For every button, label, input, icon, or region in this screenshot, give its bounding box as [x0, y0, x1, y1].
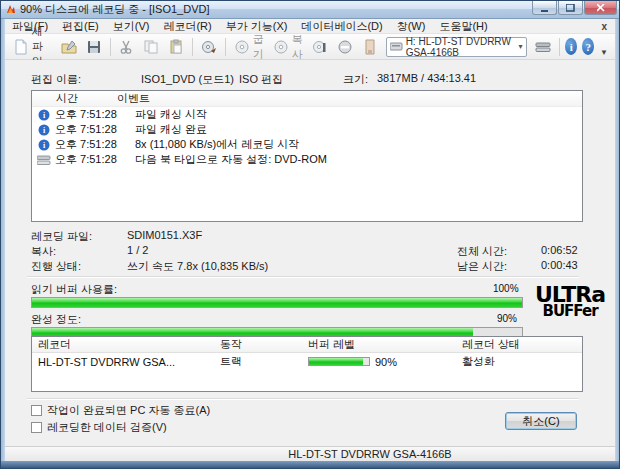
- help-button[interactable]: ?: [582, 38, 594, 55]
- size-label: 크기:: [343, 72, 368, 87]
- ultrabuffer-logo: ULTRa BUFFer: [524, 286, 616, 317]
- buffer-level-fill: [309, 358, 363, 365]
- toolbar-separator: [225, 38, 226, 56]
- shutdown-checkbox[interactable]: [31, 405, 42, 416]
- info-button[interactable]: i: [565, 38, 577, 55]
- burn-disc-button[interactable]: 굽기: [230, 36, 268, 58]
- verify-checkbox[interactable]: [31, 422, 42, 433]
- menu-database[interactable]: 데이터베이스(D): [294, 19, 389, 33]
- disc-info-button[interactable]: [308, 36, 332, 58]
- save-button[interactable]: [82, 36, 106, 58]
- window-border-bottom: [1, 461, 620, 468]
- recorder-action: 트랙: [220, 354, 308, 369]
- column-header-recorder-state[interactable]: 레코더 상태: [458, 337, 520, 352]
- maximize-button[interactable]: [558, 1, 583, 15]
- event-log-list[interactable]: 시간 이벤트 i 오후 7:51:28 파일 캐싱 시작 i 오후 7:51:2…: [31, 90, 583, 222]
- total-time-label: 전체 시간:: [457, 244, 507, 259]
- window-border-left: [1, 19, 5, 468]
- window-title: 90% 디스크에 레코딩 중 - [ISO1_DVD]: [20, 2, 209, 17]
- drive-icon: [390, 41, 403, 52]
- label-button[interactable]: [358, 36, 382, 58]
- drive-tray-icon: [535, 39, 551, 55]
- event-text: 파일 캐싱 완료: [135, 122, 207, 137]
- disc-info-icon: [312, 39, 328, 55]
- completion-label: 완성 정도:: [31, 312, 81, 327]
- drive-event-icon: [37, 154, 51, 166]
- toolbar-overflow-button[interactable]: ▼: [597, 48, 611, 57]
- cancel-button[interactable]: 취소(C): [505, 412, 577, 430]
- verify-checkbox-label: 레코딩한 데이터 검증(V): [47, 421, 167, 433]
- menu-help[interactable]: 도움말(H): [432, 19, 494, 33]
- shutdown-option[interactable]: 작업이 완료되면 PC 자동 종료(A): [31, 403, 210, 418]
- event-row[interactable]: i 오후 7:51:28 8x (11,080 KB/s)에서 레코딩 시작: [32, 137, 582, 152]
- event-time: 오후 7:51:28: [55, 107, 135, 122]
- label-icon: [362, 39, 378, 55]
- recording-file-label: 레코딩 파일:: [31, 229, 92, 244]
- compilation-info-row: 편집 이름: ISO1_DVD (모드1) ISO 편집 크기: 3817MB …: [31, 72, 577, 86]
- column-header-buffer-level[interactable]: 버퍼 레벨: [308, 337, 458, 352]
- shutdown-checkbox-label: 작업이 완료되면 PC 자동 종료(A): [47, 404, 210, 416]
- cut-button[interactable]: [114, 36, 138, 58]
- column-header-time[interactable]: 시간: [32, 91, 117, 106]
- copy-icon: [143, 39, 159, 55]
- column-header-recorder[interactable]: 레코더: [32, 337, 220, 352]
- new-file-button[interactable]: 새 파일: [9, 36, 56, 58]
- event-row[interactable]: i 오후 7:51:28 파일 캐싱 시작: [32, 107, 582, 122]
- copy-count-value: 1 / 2: [127, 244, 148, 256]
- copy-disc-button[interactable]: 복사: [269, 36, 307, 58]
- burn-disc-icon: [234, 39, 250, 55]
- close-button[interactable]: [584, 1, 617, 15]
- section-separator: [27, 276, 579, 278]
- drive-dropdown-arrow-icon[interactable]: ▾: [519, 42, 523, 51]
- statusbar-drive-name: HL-DT-ST DVDRRW GSA-4166B: [168, 448, 451, 460]
- event-time: 오후 7:51:28: [55, 152, 135, 167]
- toolbar-separator: [192, 38, 193, 56]
- compilation-type-value: ISO 편집: [239, 72, 283, 87]
- column-header-event[interactable]: 이벤트: [117, 91, 150, 106]
- event-list-header: 시간 이벤트: [32, 91, 582, 107]
- buffer-level-percent: 90%: [375, 356, 397, 368]
- column-header-action[interactable]: 동작: [220, 337, 308, 352]
- compilation-name-value: ISO1_DVD (모드1): [141, 72, 234, 87]
- event-text: 다음 북 타입으로 자동 설정: DVD-ROM: [135, 152, 327, 167]
- menu-edit[interactable]: 편집(E): [55, 19, 106, 33]
- total-time-value: 0:06:52: [541, 244, 578, 256]
- recorder-state: 활성화: [458, 354, 495, 369]
- drive-tray-button[interactable]: [531, 36, 555, 58]
- save-icon: [86, 39, 102, 55]
- recorder-table-row[interactable]: HL-DT-ST DVDRRW GSA... 트랙 90% 활성화: [32, 353, 582, 370]
- paste-button[interactable]: [164, 36, 188, 58]
- close-document-button[interactable]: x: [593, 21, 615, 32]
- burn-compilation-button[interactable]: [197, 36, 221, 58]
- remaining-time-label: 남은 시간:: [457, 259, 507, 274]
- burn-disc-label: 굽기: [253, 32, 264, 62]
- menu-window[interactable]: 창(W): [390, 19, 433, 33]
- cut-icon: [118, 39, 134, 55]
- event-row[interactable]: 오후 7:51:28 다음 북 타입으로 자동 설정: DVD-ROM: [32, 152, 582, 167]
- read-buffer-progressbar: [31, 297, 523, 308]
- copy-button[interactable]: [139, 36, 163, 58]
- status-bar: HL-DT-ST DVDRRW GSA-4166B: [5, 446, 615, 461]
- tool-bar: 새 파일 굽기 복사: [5, 34, 615, 60]
- menu-recorder[interactable]: 레코더(R): [156, 19, 218, 33]
- info-icon: i: [37, 139, 51, 151]
- open-button[interactable]: [57, 36, 81, 58]
- remaining-time-value: 0:00:43: [541, 259, 578, 271]
- completion-percent: 90%: [497, 313, 517, 324]
- event-time: 오후 7:51:28: [55, 122, 135, 137]
- menu-view[interactable]: 보기(V): [106, 19, 157, 33]
- drive-selector-value: H: HL-DT-ST DVDRRW GSA-4166B: [406, 36, 519, 58]
- recorder-table-header: 레코더 동작 버퍼 레벨 레코더 상태: [32, 337, 582, 353]
- erase-disc-button[interactable]: [333, 36, 357, 58]
- minimize-button[interactable]: [532, 1, 557, 15]
- toolbar-separator: [110, 38, 111, 56]
- verify-option[interactable]: 레코딩한 데이터 검증(V): [31, 420, 167, 435]
- event-text: 8x (11,080 KB/s)에서 레코딩 시작: [135, 137, 299, 152]
- event-text: 파일 캐싱 시작: [135, 107, 207, 122]
- recorder-table[interactable]: 레코더 동작 버퍼 레벨 레코더 상태 HL-DT-ST DVDRRW GSA.…: [31, 336, 583, 392]
- copy-disc-label: 복사: [292, 32, 303, 62]
- read-buffer-progress-fill: [32, 298, 522, 307]
- read-buffer-percent: 100%: [493, 283, 519, 294]
- drive-selector[interactable]: H: HL-DT-ST DVDRRW GSA-4166B ▾: [386, 37, 527, 57]
- event-row[interactable]: i 오후 7:51:28 파일 캐싱 완료: [32, 122, 582, 137]
